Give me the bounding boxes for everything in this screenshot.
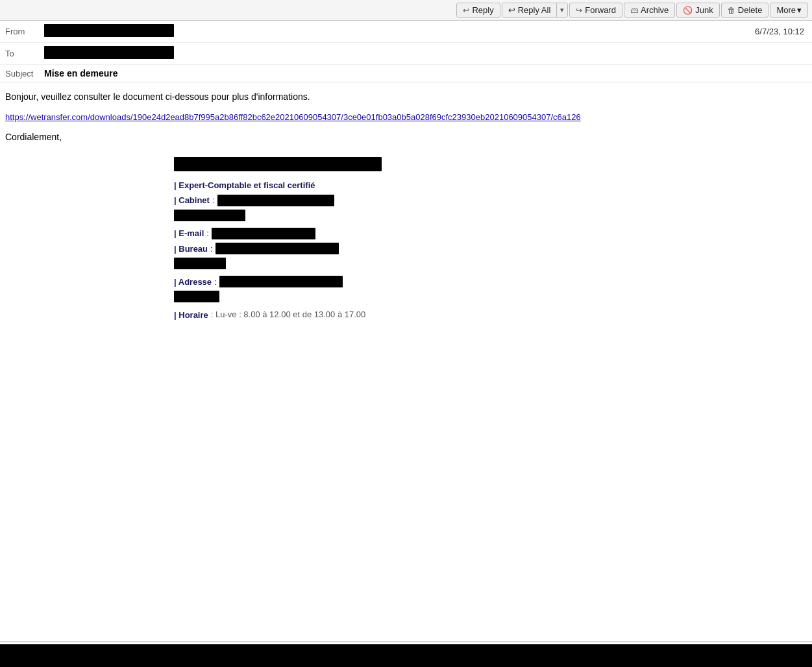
sig-adresse-separator: : — [214, 276, 217, 289]
email-toolbar: ↩ Reply ↩ Reply All ▾ ↪ Forward 🗃 Archiv… — [0, 0, 812, 21]
from-value — [44, 24, 755, 39]
sig-email-separator: : — [206, 227, 209, 240]
sig-bureau-redacted — [215, 243, 339, 254]
email-signature: | Expert-Comptable et fiscal certifié | … — [174, 157, 807, 321]
sig-bureau-extra-redacted — [174, 258, 226, 269]
reply-button[interactable]: ↩ Reply — [456, 3, 500, 18]
sig-bureau-extra — [174, 258, 807, 273]
from-label: From — [5, 27, 44, 36]
sig-cabinet-line: | Cabinet : — [174, 194, 807, 207]
delete-icon: 🗑 — [728, 6, 735, 15]
reply-icon: ↩ — [463, 6, 469, 15]
to-label: To — [5, 49, 44, 58]
sig-email-redacted — [212, 228, 315, 239]
junk-label: Junk — [695, 5, 713, 15]
sig-horaire-value: : Lu-ve : 8.00 à 12.00 et de 13.00 à 17.… — [211, 309, 366, 321]
sig-adresse-line: | Adresse : — [174, 276, 807, 289]
to-row: To — [0, 43, 812, 65]
reply-all-label: Reply All — [518, 5, 551, 15]
archive-icon: 🗃 — [630, 6, 638, 15]
to-redacted — [44, 46, 174, 59]
body-link-paragraph: https://wetransfer.com/downloads/190e24d… — [5, 110, 807, 124]
taskbar — [0, 644, 812, 667]
sig-name-block — [174, 157, 807, 175]
sig-cabinet-extra — [174, 210, 807, 225]
sig-email-label: | E-mail — [174, 227, 204, 240]
sig-adresse-extra — [174, 291, 807, 306]
forward-label: Forward — [585, 5, 616, 15]
forward-icon: ↪ — [576, 6, 582, 15]
more-chevron-icon: ▾ — [797, 5, 802, 15]
delete-label: Delete — [738, 5, 763, 15]
subject-value: Mise en demeure — [44, 68, 118, 79]
sig-bureau-separator: : — [210, 243, 213, 256]
sig-horaire-label: | Horaire — [174, 309, 208, 322]
sig-bureau-line: | Bureau : — [174, 243, 807, 256]
body-greeting: Bonjour, veuillez consulter le document … — [5, 90, 807, 104]
sig-bureau-label: | Bureau — [174, 243, 208, 256]
junk-icon: 🚫 — [683, 6, 693, 15]
reply-all-icon: ↩ — [508, 5, 515, 15]
sig-cabinet-separator: : — [212, 194, 215, 207]
sig-email-line: | E-mail : — [174, 227, 807, 240]
email-header: From 6/7/23, 10:12 To Subject Mise en de… — [0, 21, 812, 82]
more-label: More — [776, 5, 796, 15]
body-closing: Cordialement, — [5, 130, 807, 144]
reply-label: Reply — [472, 5, 493, 15]
sig-adresse-extra-redacted — [174, 291, 219, 302]
delete-button[interactable]: 🗑 Delete — [721, 3, 769, 18]
sig-horaire-line: | Horaire : Lu-ve : 8.00 à 12.00 et de 1… — [174, 309, 807, 322]
sig-expert-title: | Expert-Comptable et fiscal certifié — [174, 179, 315, 192]
archive-label: Archive — [641, 5, 669, 15]
reply-all-split: ↩ Reply All ▾ — [502, 3, 569, 18]
email-body: Bonjour, veuillez consulter le document … — [0, 82, 812, 332]
email-date: 6/7/23, 10:12 — [755, 27, 807, 36]
junk-button[interactable]: 🚫 Junk — [676, 3, 719, 18]
sig-adresse-label: | Adresse — [174, 276, 212, 289]
forward-button[interactable]: ↪ Forward — [569, 3, 622, 18]
more-button[interactable]: More ▾ — [770, 3, 808, 18]
reply-all-button[interactable]: ↩ Reply All — [502, 3, 557, 17]
sig-cabinet-redacted — [217, 195, 334, 206]
sig-cabinet-label: | Cabinet — [174, 194, 210, 207]
from-redacted — [44, 24, 174, 37]
sig-expert-line: | Expert-Comptable et fiscal certifié — [174, 179, 807, 192]
sig-cabinet-extra-redacted — [174, 210, 245, 221]
chevron-down-icon: ▾ — [560, 6, 564, 14]
subject-label: Subject — [5, 69, 44, 79]
sig-adresse-redacted — [219, 276, 343, 287]
reply-all-dropdown[interactable]: ▾ — [556, 3, 567, 17]
archive-button[interactable]: 🗃 Archive — [624, 3, 675, 18]
sig-name-redacted — [174, 157, 382, 171]
from-row: From 6/7/23, 10:12 — [0, 21, 812, 43]
subject-row: Subject Mise en demeure — [0, 65, 812, 82]
to-value — [44, 46, 807, 61]
body-link[interactable]: https://wetransfer.com/downloads/190e24d… — [5, 112, 581, 122]
